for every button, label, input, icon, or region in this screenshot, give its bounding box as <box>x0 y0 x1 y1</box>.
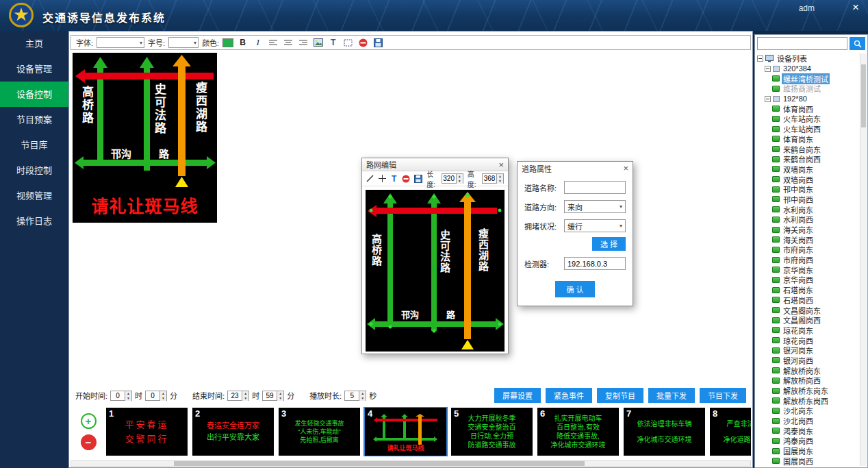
color-swatch[interactable] <box>222 38 233 47</box>
align-center-icon[interactable] <box>282 37 294 49</box>
device-tree-item[interactable]: 鸿泰岗西 <box>757 436 858 446</box>
device-tree-item[interactable]: 解放桥东岗西 <box>757 395 858 406</box>
add-program-button[interactable]: + <box>81 413 97 429</box>
device-tree-item[interactable]: 解放桥岗西 <box>757 375 858 386</box>
spinner-buttons[interactable]: ▲▼ <box>359 391 366 400</box>
road-name-middle[interactable]: 史可法路 <box>439 230 450 273</box>
detector-input[interactable] <box>564 257 626 270</box>
playlist-item[interactable]: 1 平安春运 交警同行 <box>106 408 188 456</box>
device-group[interactable]: 320*384 <box>757 64 858 74</box>
spinner-buttons[interactable]: ▲▼ <box>125 391 131 400</box>
device-tree-item[interactable]: 市府岗西 <box>757 255 858 265</box>
close-icon[interactable]: × <box>623 164 628 173</box>
playlist-item[interactable]: 2 春运安全连万家 出行平安靠大家 <box>192 408 274 456</box>
device-tree-item[interactable]: 维扬商测试 <box>757 84 858 94</box>
device-tree-item[interactable]: 沙北岗西 <box>757 416 858 426</box>
end-minute-spinner[interactable]: ▲▼ <box>262 391 284 401</box>
start-hour-input[interactable] <box>111 391 125 400</box>
road-name-left[interactable]: 高桥路 <box>371 234 381 267</box>
device-tree-item[interactable]: 沙北岗东 <box>757 406 858 416</box>
device-tree-item[interactable]: 水利岗东 <box>757 204 858 214</box>
road-name-right[interactable]: 瘦西湖路 <box>478 228 488 272</box>
playlist-item[interactable]: 7 依法治理非标车辆 净化城市交通环境 <box>624 408 705 456</box>
remove-program-button[interactable]: − <box>81 434 97 450</box>
device-tree-item[interactable]: 体育岗西 <box>757 103 858 114</box>
scrollbar-thumb[interactable] <box>174 461 585 466</box>
device-tree-item[interactable]: 邗中岗西 <box>757 195 858 205</box>
action-button[interactable]: 批量下发 <box>648 388 695 403</box>
end-hour-input[interactable] <box>228 391 242 400</box>
action-button[interactable]: 复制节目 <box>597 388 643 403</box>
text-tool-button[interactable]: T <box>390 173 398 184</box>
device-tree-item[interactable]: 银河岗东 <box>757 345 858 356</box>
device-tree-item[interactable]: 京华岗西 <box>757 275 858 285</box>
playlist-item[interactable]: 5 大力开展秋冬季 交通安全整治百 日行动,全力预 防道路交通事故 <box>451 408 533 456</box>
end-minute-input[interactable] <box>263 391 277 400</box>
move-tool-icon[interactable] <box>378 173 385 184</box>
device-tree-item[interactable]: 水利岗西 <box>757 214 858 225</box>
sidebar-item[interactable]: 设备控制 <box>0 82 68 107</box>
spinner-buttons[interactable]: ▲▼ <box>159 391 166 400</box>
collapse-icon[interactable] <box>765 66 771 72</box>
align-left-icon[interactable] <box>267 37 279 49</box>
spinner-buttons[interactable]: ▲▼ <box>496 174 503 183</box>
line-tool-icon[interactable] <box>366 173 374 184</box>
playlist-item[interactable]: 3 发生轻微交通事故 “人未伤,车能动” 先拍照,后撤离 <box>279 408 360 456</box>
device-tree-item[interactable]: 京华岗东 <box>757 264 858 275</box>
font-size-select[interactable]: ▾ <box>168 37 199 48</box>
sidebar-item[interactable]: 设备管理 <box>0 56 68 82</box>
delete-icon[interactable] <box>402 173 410 184</box>
device-tree-item[interactable]: 海关岗东 <box>757 225 858 235</box>
user-name[interactable]: adm <box>799 3 815 13</box>
device-tree-item[interactable]: 火车站岗西 <box>757 124 858 134</box>
spinner-buttons[interactable]: ▲▼ <box>242 391 248 400</box>
bold-button[interactable]: B <box>237 37 248 49</box>
collapse-icon[interactable] <box>757 56 763 62</box>
sidebar-item[interactable]: 节目库 <box>0 132 68 158</box>
device-tree-item[interactable]: 石塔岗西 <box>757 295 858 306</box>
start-minute-spinner[interactable]: ▲▼ <box>145 391 167 401</box>
vertical-scrollbar[interactable] <box>860 53 867 466</box>
road-network-canvas[interactable]: 高桥路 史可法路 瘦西湖路 邗沟 路 <box>366 190 505 352</box>
spinner-buttons[interactable]: ▲▼ <box>456 174 463 183</box>
sidebar-item[interactable]: 主页 <box>0 31 68 56</box>
device-tree-item[interactable]: 邗中岗东 <box>757 184 858 195</box>
device-tree-item[interactable]: 银河岗西 <box>757 356 858 366</box>
search-input[interactable] <box>757 37 847 50</box>
action-button[interactable]: 紧急事件 <box>546 388 592 403</box>
horizontal-scrollbar[interactable] <box>71 460 751 467</box>
road-name-bottom-right[interactable]: 路 <box>446 308 455 321</box>
device-tree-item[interactable]: 来鹤台岗西 <box>757 154 858 164</box>
height-input[interactable] <box>483 174 496 183</box>
action-button[interactable]: 屏幕设置 <box>494 388 541 403</box>
device-tree-item[interactable]: 市府岗东 <box>757 245 858 255</box>
save-icon[interactable] <box>414 173 422 184</box>
search-button[interactable] <box>850 37 865 50</box>
end-hour-spinner[interactable]: ▲▼ <box>227 391 249 401</box>
font-select[interactable]: ▾ <box>97 37 144 48</box>
close-icon[interactable]: × <box>849 1 863 14</box>
device-tree-item[interactable]: 双墙岗东 <box>757 164 858 175</box>
device-tree-item[interactable]: 解放桥岗东 <box>757 365 858 375</box>
sidebar-item[interactable]: 视频管理 <box>0 183 68 208</box>
playlist-item[interactable]: 6 扎实开展电动车 百日整治,有效 降低交通事故, 净化城市交通环境 <box>537 408 619 456</box>
tree-root[interactable]: 设备列表 <box>757 53 858 64</box>
device-tree-item[interactable]: 解放桥东岗东 <box>757 386 858 396</box>
image-icon[interactable] <box>312 37 324 49</box>
device-tree-item[interactable]: 国展岗东 <box>757 446 858 456</box>
device-tree-item[interactable]: 来鹤台岗东 <box>757 144 858 154</box>
scrollbar-thumb[interactable] <box>861 64 866 127</box>
device-group[interactable]: 192*80 <box>757 94 858 104</box>
playlist-item[interactable]: 8 严查非法改装车 净化道路交通环境 <box>710 408 751 456</box>
sidebar-item[interactable]: 操作日志 <box>0 208 68 234</box>
sidebar-item[interactable]: 节目预案 <box>0 107 68 132</box>
congestion-select[interactable]: 缓行▾ <box>564 219 626 232</box>
device-tree-item[interactable]: 琼花岗东 <box>757 325 858 336</box>
height-spinner[interactable]: ▲▼ <box>482 173 504 184</box>
duration-input[interactable] <box>345 391 359 400</box>
device-tree-item[interactable]: 体育岗东 <box>757 134 858 145</box>
select-detector-button[interactable]: 选 择 <box>592 237 626 251</box>
start-minute-input[interactable] <box>146 391 159 400</box>
device-tree-item[interactable]: 双墙岗西 <box>757 174 858 184</box>
road-name-input[interactable] <box>564 181 626 194</box>
